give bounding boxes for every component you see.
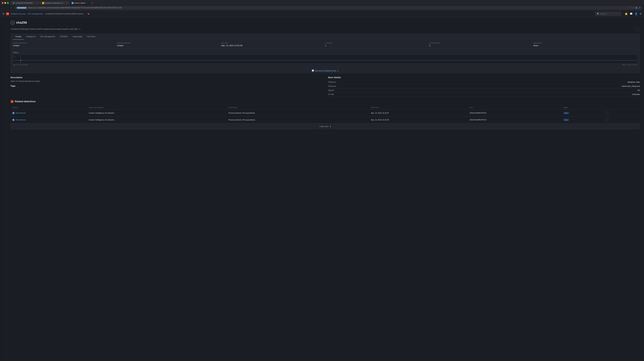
maximize-traffic-light[interactable] — [7, 2, 9, 4]
related-detections-section: ◉ Related detections Severity Tactic and… — [10, 100, 640, 129]
chat-icon[interactable]: 💬 — [630, 13, 633, 15]
description-heading: Description — [10, 76, 322, 79]
tab-activity[interactable]: Activity — [13, 34, 24, 40]
stat-detections-value: 2 — [429, 44, 533, 47]
row2-tactic: Custom Intelligence via Indicator ... — [87, 117, 227, 123]
tab-close-3[interactable]: ✕ — [87, 2, 88, 4]
severity-badge-2: Informational — [12, 119, 85, 121]
shield-icon: 🛡 — [630, 7, 632, 9]
col-detect-time: Detect time — [369, 106, 468, 110]
description-column: Description Hash of a threat detected by… — [10, 76, 322, 96]
bookmark-icon[interactable]: 🔖 — [87, 13, 90, 15]
stat-hash-action-label: Hash action — [533, 42, 638, 44]
breadcrumb: Endpoint security › IOC management › c31… — [11, 13, 90, 15]
bookmark-address-icon[interactable]: ☆ — [627, 7, 629, 9]
browser-chrome: c319da457978816e8712ed67e... ✕ Endpoint … — [0, 0, 644, 11]
search-label: Search — [600, 13, 606, 15]
user-icon[interactable]: 👤 — [635, 13, 638, 15]
detail-filename-value: volumouse_setup.exe — [622, 85, 640, 87]
nav-buttons: ‹ › ↻ — [2, 6, 14, 10]
header-search[interactable]: 🔍 Search — [595, 12, 621, 16]
detail-filename: Filename volumouse_setup.exe — [328, 84, 640, 88]
copy-icon[interactable]: ⧉ — [79, 28, 80, 30]
tab-close-2[interactable]: ✕ — [66, 2, 68, 4]
url-display: falcon.us-2.crowdstrike.com/iocs/indicat… — [28, 7, 122, 9]
detail-platforms: Platforms Windows, Mac — [328, 80, 640, 84]
row2-host: JONATHANROTF87A — [468, 117, 562, 123]
related-header: ◉ Related detections — [10, 100, 640, 103]
graph-icon: 📊 — [312, 70, 314, 72]
row1-detect-time: Sep. 14, 2022 15:16:57 — [369, 110, 468, 117]
detail-signed: Signed No — [328, 88, 640, 92]
detail-platforms-value: Windows, Mac — [628, 81, 640, 83]
row1-severity: Informational — [10, 110, 87, 117]
activity-card: Activity Intelligence IOC Management OPS… — [10, 34, 640, 73]
stat-detections: # of detections 2 — [429, 42, 533, 47]
see-more-indicator-graph[interactable]: 📊 See more in indicator graph ↗ — [11, 68, 640, 73]
options-button[interactable]: ⋮ — [635, 27, 640, 31]
breadcrumb-sep-2: › — [44, 13, 44, 15]
detections-table: Severity Tactic and Technique Action tak… — [10, 106, 640, 123]
tab-close-1[interactable]: ✕ — [37, 2, 38, 4]
breadcrumb-current: c319da457978816e8712ed67e2f85971eb0a129e… — [45, 13, 86, 15]
menu-button[interactable]: ☰ — [2, 13, 4, 15]
address-input[interactable]: Anonymized falcon.us-2.crowdstrike.com/i… — [14, 6, 642, 10]
browser-tab-3[interactable]: Home | Island ✕ — [70, 1, 90, 5]
stat-last-seen-label: Last seen — [221, 42, 325, 44]
browser-tab-1[interactable]: c319da457978816e8712ed67e... ✕ — [11, 1, 40, 5]
history-chart: 1 — [13, 55, 638, 64]
notification-icon[interactable]: 🔔 — [625, 13, 628, 15]
tab-virustotal[interactable]: VirusTotal — [84, 34, 98, 40]
row2-detect-time: Sep. 14, 2022 15:16:35 — [369, 117, 468, 123]
activity-tabs: Activity Intelligence IOC Management OPS… — [11, 34, 640, 40]
load-more-button[interactable]: Load more ⬇ — [10, 123, 640, 129]
severity-dot-2 — [12, 119, 14, 121]
forward-button[interactable]: › — [6, 6, 9, 10]
tab-title-2: Endpoint detections | Endpoi... — [45, 2, 65, 4]
breadcrumb-endpoint-security[interactable]: Endpoint security — [11, 13, 25, 15]
row2-menu-button[interactable]: ⋮ — [604, 118, 609, 122]
chart-dates: Sep. 14, 2022 14:52:59 Sep. 14, 2022 15:… — [13, 64, 638, 66]
severity-inner-2 — [13, 119, 14, 121]
details-section: Description Hash of a threat detected by… — [10, 76, 640, 96]
new-tab-button[interactable]: + — [90, 1, 94, 5]
settings-icon[interactable]: ⚙ — [638, 7, 640, 9]
tab-favicon-1 — [13, 2, 15, 4]
profile-icon[interactable]: 👤 — [635, 7, 638, 9]
stat-external-prevalence: External prevalence Unique — [13, 42, 117, 47]
page-header: ◎ sha256 — [10, 21, 640, 25]
stat-detections-label: # of detections — [429, 42, 533, 44]
col-tactic: Tactic and Technique — [87, 106, 227, 110]
close-traffic-light[interactable] — [2, 2, 4, 4]
traffic-lights — [1, 2, 9, 4]
tab-ioc-management[interactable]: IOC Management — [38, 34, 58, 40]
row1-menu[interactable]: ⋮ — [603, 110, 640, 117]
chart-y-label: 1 — [14, 56, 15, 58]
back-button[interactable]: ‹ — [2, 6, 5, 10]
app-body: ◎ sha256 c319da457978816e8712ed67e2f8597… — [0, 17, 644, 361]
detail-filename-key: Filename — [328, 85, 336, 87]
app-header: ☰ CS Endpoint security › IOC management … — [0, 11, 644, 17]
reload-button[interactable]: ↻ — [10, 6, 14, 10]
extension-icon[interactable]: ⬡ — [632, 7, 634, 9]
chart-date-start: Sep. 14, 2022 14:52:59 — [13, 64, 28, 66]
tags-heading: Tags — [10, 85, 322, 87]
load-more-icon: ⬇ — [330, 125, 331, 128]
gear-icon[interactable]: ⚙ — [640, 13, 642, 15]
sidebar — [0, 17, 6, 361]
row1-status: New — [562, 110, 603, 117]
tab-cybersixgill[interactable]: Cybersixgill — [70, 34, 84, 40]
details-table: Platforms Windows, Mac Filename volumous… — [328, 80, 640, 96]
minimize-traffic-light[interactable] — [4, 2, 6, 4]
stat-external-prevalence-value: Unique — [13, 44, 117, 47]
tab-opswat[interactable]: OPSWAT — [58, 34, 70, 40]
row1-menu-button[interactable]: ⋮ — [604, 111, 609, 115]
tab-intelligence[interactable]: Intelligence — [24, 34, 38, 40]
browser-tab-2[interactable]: Endpoint detections | Endpoi... ✕ — [40, 1, 70, 5]
address-icons: ☆ 🛡 ⬡ 👤 ⚙ — [627, 7, 640, 9]
row2-menu[interactable]: ⋮ — [603, 117, 640, 123]
breadcrumb-ioc-management[interactable]: IOC management — [28, 13, 43, 15]
col-status: Status — [562, 106, 603, 110]
load-more-label: Load more — [319, 125, 328, 128]
tab-title-3: Home | Island — [74, 2, 85, 4]
